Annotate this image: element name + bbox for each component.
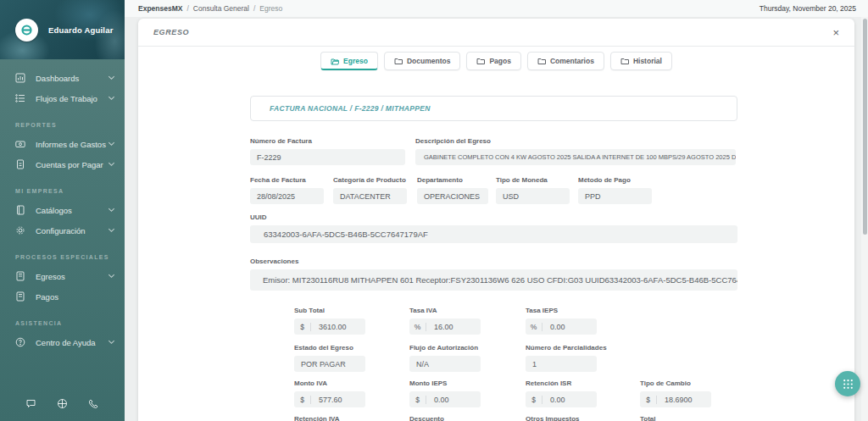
tipo-de-moneda-input[interactable]: USD xyxy=(496,188,570,204)
chat-icon[interactable] xyxy=(25,398,36,409)
breadcrumb-consulta-general[interactable]: Consulta General xyxy=(193,4,249,13)
folder-icon xyxy=(476,58,485,65)
field-label: Tipo de Moneda xyxy=(496,176,570,184)
tab-pagos[interactable]: Pagos xyxy=(466,52,521,70)
workflow-icon xyxy=(15,93,26,103)
field-label: Descripción del Egreso xyxy=(415,137,736,145)
chevron-down-icon xyxy=(108,338,114,344)
field-label: Descuento xyxy=(409,415,444,421)
retencion-isr-input[interactable]: $ 0.00 xyxy=(526,391,597,407)
egreso-panel: EGRESO × Egreso Documentos Pagos xyxy=(138,19,854,421)
invoice-icon xyxy=(15,159,26,169)
field-label: UUID xyxy=(250,213,737,221)
numero-de-factura-input[interactable]: F-2229 xyxy=(250,149,405,165)
flujo-de-autorizacion-input[interactable]: N/A xyxy=(409,356,481,372)
tab-comentarios[interactable]: Comentarios xyxy=(527,52,604,70)
sidebar-item-centro-de-ayuda[interactable]: Centro de Ayuda xyxy=(0,332,125,352)
field-label: Departamento xyxy=(417,176,488,184)
tasa-iva-input[interactable]: % 16.00 xyxy=(409,319,481,335)
sidebar-section-asistencia: ASISTENCIA xyxy=(15,320,109,326)
field-value: 0.00 xyxy=(426,396,449,404)
current-date: Thursday, November 20, 2025 xyxy=(760,4,856,13)
field-uuid: UUID 63342003-6AFA-5DC5-B46B-5CC7647179A… xyxy=(250,213,737,243)
field-numero-de-parcialidades: Número de Parcialidades 1 xyxy=(526,344,607,372)
journal-icon xyxy=(15,271,26,281)
user-name: Eduardo Aguilar xyxy=(48,25,114,35)
sidebar-item-cuentas-por-pagar[interactable]: Cuentas por Pagar xyxy=(0,154,125,174)
tab-egreso[interactable]: Egreso xyxy=(320,52,378,70)
grid-fab-button[interactable] xyxy=(835,371,860,396)
sidebar-section-mi-empresa: MI EMPRESA xyxy=(15,188,109,194)
categoria-de-producto-input[interactable]: DATACENTER xyxy=(333,188,407,204)
sidebar-item-catalogos[interactable]: Catálogos xyxy=(0,200,125,220)
currency-prefix: $ xyxy=(526,396,542,404)
field-metodo-de-pago: Método de Pago PPD xyxy=(578,176,652,204)
sidebar-item-label: Informes de Gastos xyxy=(36,140,109,149)
breadcrumb-root[interactable]: ExpensesMX xyxy=(138,4,182,13)
close-icon[interactable]: × xyxy=(832,27,839,38)
observaciones-input[interactable]: Emisor: MIT230116RU8 MITHAPPEN 601 Recep… xyxy=(250,269,737,291)
tab-documentos[interactable]: Documentos xyxy=(384,52,460,70)
tasa-ieps-input[interactable]: % 0.00 xyxy=(526,319,597,335)
field-value: 16.00 xyxy=(426,323,453,331)
help-icon xyxy=(15,337,26,347)
numero-de-parcialidades-input[interactable]: 1 xyxy=(526,356,597,372)
sidebar-section-reportes: REPORTES xyxy=(15,122,109,128)
field-label: Monto IVA xyxy=(294,379,365,387)
folder-icon xyxy=(394,58,403,65)
percent-prefix: % xyxy=(409,323,426,331)
field-descuento: Descuento xyxy=(409,415,444,421)
field-label: Otros Impuestos xyxy=(526,415,580,421)
sidebar-item-flujos-de-trabajo[interactable]: Flujos de Trabajo xyxy=(0,88,125,108)
sidebar-item-egresos[interactable]: Egresos xyxy=(0,266,125,286)
phone-icon[interactable] xyxy=(88,398,99,409)
field-value: 18.6900 xyxy=(657,396,693,404)
scrollbar[interactable] xyxy=(861,17,868,421)
metodo-de-pago-input[interactable]: PPD xyxy=(578,188,652,204)
tab-historial[interactable]: Historial xyxy=(610,52,672,70)
field-value: 577.60 xyxy=(311,396,342,404)
fecha-de-factura-input[interactable]: 28/08/2025 xyxy=(250,188,324,204)
field-label: Observaciones xyxy=(250,258,737,265)
sidebar-user-header: Eduardo Aguilar xyxy=(0,0,125,59)
field-estado-del-egreso: Estado del Egreso POR PAGAR xyxy=(294,344,365,372)
field-flujo-de-autorizacion: Flujo de Autorización N/A xyxy=(409,344,481,372)
sidebar-item-pagos[interactable]: Pagos xyxy=(0,286,125,307)
currency-prefix: $ xyxy=(294,323,311,331)
sidebar-footer xyxy=(0,398,125,409)
departamento-input[interactable]: OPERACIONES xyxy=(417,188,488,204)
field-label: Tasa IVA xyxy=(409,307,481,314)
tab-label: Historial xyxy=(633,57,662,65)
field-label: Retención IVA xyxy=(294,415,340,421)
monto-iva-input[interactable]: $ 577.60 xyxy=(294,391,365,407)
sub-total-input[interactable]: $ 3610.00 xyxy=(294,319,365,335)
folder-open-icon xyxy=(331,58,339,65)
chevron-down-icon xyxy=(108,272,114,278)
scrollbar-thumb[interactable] xyxy=(863,19,867,235)
uuid-input[interactable]: 63342003-6AFA-5DC5-B46B-5CC7647179AF xyxy=(250,225,737,243)
field-value: 0.00 xyxy=(542,323,565,331)
descripcion-del-egreso-input[interactable]: GABINETE COMPLETO CON 4 KW AGOSTO 2025 S… xyxy=(415,149,736,165)
currency-prefix: $ xyxy=(409,396,426,404)
field-retencion-isr: Retención ISR $ 0.00 xyxy=(526,379,597,407)
tab-label: Pagos xyxy=(489,57,511,65)
tipo-de-cambio-input[interactable]: $ 18.6900 xyxy=(640,391,711,407)
chart-icon xyxy=(15,73,26,83)
field-label: Método de Pago xyxy=(578,176,652,184)
field-label: Tasa IEPS xyxy=(526,307,597,314)
field-monto-iva: Monto IVA $ 577.60 xyxy=(294,379,365,407)
avatar[interactable] xyxy=(15,19,38,42)
globe-icon[interactable] xyxy=(57,398,68,409)
estado-del-egreso-input[interactable]: POR PAGAR xyxy=(294,356,365,372)
field-label: Retención ISR xyxy=(526,379,597,387)
sidebar-item-dashboards[interactable]: Dashboards xyxy=(0,68,125,88)
field-label: Estado del Egreso xyxy=(294,344,365,352)
field-label: Total xyxy=(640,415,656,421)
chevron-down-icon xyxy=(108,140,114,146)
sidebar-item-label: Dashboards xyxy=(36,74,109,83)
invoice-reference: FACTURA NACIONAL / F-2229 / MITHAPPEN xyxy=(250,96,737,121)
monto-ieps-input[interactable]: $ 0.00 xyxy=(409,391,481,407)
tab-bar: Egreso Documentos Pagos Comentarios xyxy=(138,52,854,70)
sidebar-item-configuracion[interactable]: Configuración xyxy=(0,220,125,241)
sidebar-item-informes-de-gastos[interactable]: Informes de Gastos xyxy=(0,134,125,154)
